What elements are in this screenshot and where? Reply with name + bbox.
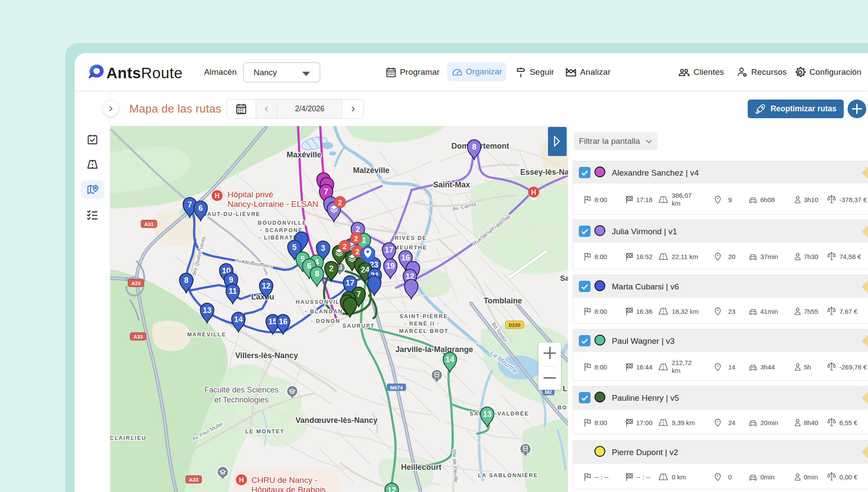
- svg-text:- RENÉ II -: - RENÉ II -: [404, 320, 440, 327]
- svg-text:2: 2: [338, 199, 342, 206]
- svg-text:2: 2: [329, 264, 333, 273]
- svg-text:LA SABLONNIÈRE: LA SABLONNIÈRE: [478, 472, 538, 479]
- svg-text:16: 16: [401, 253, 410, 262]
- svg-text:et Technologies: et Technologies: [215, 396, 269, 404]
- svg-text:Hôpitaux de Brabois: Hôpitaux de Brabois: [251, 485, 326, 492]
- svg-text:13: 13: [203, 306, 211, 315]
- svg-text:LE MONTET: LE MONTET: [245, 429, 284, 435]
- svg-text:5: 5: [292, 243, 297, 252]
- svg-text:17: 17: [385, 246, 393, 254]
- svg-text:BOUDONVILLE: BOUDONVILLE: [258, 220, 307, 226]
- svg-text:A33: A33: [133, 334, 142, 339]
- svg-text:MARCEL BROT: MARCEL BROT: [399, 328, 449, 334]
- svg-text:Faculté des Sciences: Faculté des Sciences: [204, 386, 278, 394]
- svg-text:Vandœuvre-lès-Nancy: Vandœuvre-lès-Nancy: [295, 416, 377, 425]
- svg-text:SAURUPT: SAURUPT: [343, 323, 375, 329]
- svg-text:Nancy-Lorraine - ELSAN: Nancy-Lorraine - ELSAN: [228, 199, 318, 209]
- svg-text:H: H: [531, 189, 536, 196]
- svg-text:L: L: [563, 385, 567, 393]
- svg-text:A33: A33: [131, 281, 140, 286]
- svg-text:Tomblaine: Tomblaine: [484, 296, 522, 305]
- svg-text:1: 1: [362, 236, 366, 245]
- svg-text:Villers-lès-Nancy: Villers-lès-Nancy: [235, 351, 298, 360]
- svg-text:11: 11: [228, 287, 237, 296]
- svg-text:SAINTE-VALDRÉE: SAINTE-VALDRÉE: [470, 410, 529, 417]
- svg-text:8: 8: [315, 269, 319, 278]
- svg-text:CLAIRLIEU: CLAIRLIEU: [110, 435, 146, 441]
- svg-text:13: 13: [483, 410, 492, 419]
- svg-text:A31: A31: [144, 222, 154, 227]
- svg-text:Hôpital privé: Hôpital privé: [228, 190, 274, 199]
- svg-text:12: 12: [387, 486, 396, 492]
- svg-text:14: 14: [234, 315, 243, 324]
- svg-text:Saint-Max: Saint-Max: [433, 180, 470, 189]
- svg-text:7: 7: [188, 200, 192, 209]
- svg-text:6: 6: [198, 204, 203, 213]
- svg-text:Heillecourt: Heillecourt: [401, 463, 441, 472]
- svg-text:Saulx: Saulx: [560, 274, 568, 283]
- svg-text:- SCARPONE: - SCARPONE: [260, 227, 303, 233]
- svg-text:2: 2: [356, 248, 360, 256]
- svg-text:3: 3: [321, 244, 325, 253]
- svg-text:- DONON: - DONON: [311, 318, 340, 324]
- svg-text:Jarville-la-Malgrange: Jarville-la-Malgrange: [395, 345, 473, 354]
- svg-text:2: 2: [343, 243, 347, 250]
- svg-text:15: 15: [268, 317, 277, 326]
- svg-text:2: 2: [354, 235, 358, 243]
- svg-text:16: 16: [279, 317, 287, 326]
- svg-text:- BLANDAN: - BLANDAN: [305, 309, 343, 315]
- svg-text:BOSS: BOSS: [558, 405, 568, 411]
- svg-text:RIVES DE: RIVES DE: [395, 235, 427, 241]
- svg-text:D220: D220: [508, 322, 521, 328]
- svg-text:7: 7: [356, 290, 361, 299]
- svg-text:A33: A33: [189, 477, 198, 482]
- svg-text:SAINT-PIERRE: SAINT-PIERRE: [399, 313, 448, 319]
- svg-text:M2: M2: [545, 389, 552, 395]
- svg-text:MEURTHE: MEURTHE: [394, 245, 427, 251]
- svg-text:HAUT-DU-LIÈVRE: HAUT-DU-LIÈVRE: [202, 211, 261, 217]
- svg-text:CHRU de Nancy -: CHRU de Nancy -: [251, 475, 317, 485]
- svg-text:H: H: [215, 192, 220, 199]
- svg-text:8: 8: [184, 276, 188, 285]
- svg-text:Malzéville: Malzéville: [353, 166, 389, 175]
- svg-text:17: 17: [346, 279, 354, 287]
- svg-text:MARÉVILLE: MARÉVILLE: [187, 331, 226, 338]
- svg-text:M674: M674: [390, 385, 403, 390]
- svg-text:8: 8: [472, 143, 476, 151]
- svg-text:9: 9: [229, 276, 233, 284]
- svg-text:Essey-lès-Na: Essey-lès-Na: [520, 168, 568, 176]
- svg-text:14: 14: [446, 355, 454, 364]
- svg-text:H: H: [239, 476, 244, 484]
- svg-text:12: 12: [262, 282, 271, 290]
- svg-text:19: 19: [386, 262, 395, 270]
- svg-text:7: 7: [324, 187, 328, 196]
- svg-text:Maxéville: Maxéville: [287, 150, 321, 159]
- svg-text:6: 6: [307, 262, 311, 270]
